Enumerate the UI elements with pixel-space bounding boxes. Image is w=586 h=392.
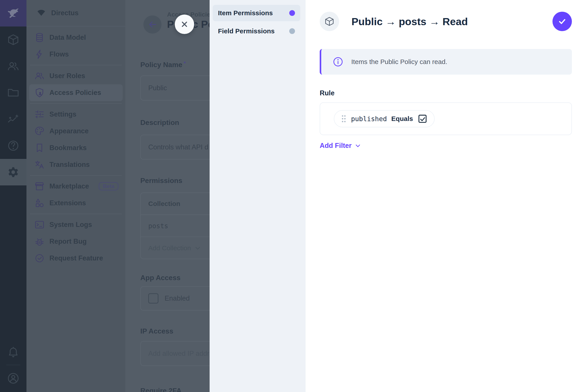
chevron-down-icon bbox=[355, 142, 361, 149]
nav-item-settings[interactable]: Settings bbox=[29, 106, 123, 123]
terminal-icon bbox=[34, 220, 44, 230]
nav-divider bbox=[30, 175, 122, 176]
back-button[interactable] bbox=[143, 16, 161, 34]
settings-nav-list: Data Model Flows User Roles Access Polic… bbox=[26, 26, 125, 267]
app-access-label: App Access bbox=[140, 274, 180, 282]
beta-badge: Beta bbox=[99, 182, 118, 190]
drawer-tab-field-permissions[interactable]: Field Permissions bbox=[213, 23, 300, 39]
project-fan-icon bbox=[36, 8, 46, 18]
nav-item-appearance[interactable]: Appearance bbox=[29, 123, 123, 140]
nav-item-label: Access Policies bbox=[49, 89, 101, 97]
app-access-checkbox[interactable] bbox=[148, 293, 158, 304]
settings-gear-icon bbox=[7, 166, 19, 178]
project-header[interactable]: Directus bbox=[26, 0, 125, 26]
folder-icon bbox=[7, 86, 19, 99]
nav-item-label: Data Model bbox=[49, 34, 86, 42]
checkbox-checked-icon[interactable] bbox=[417, 114, 428, 124]
info-icon bbox=[333, 56, 343, 67]
translate-icon bbox=[34, 160, 44, 170]
storefront-icon bbox=[34, 181, 44, 191]
nav-item-marketplace[interactable]: Marketplace Beta bbox=[29, 178, 123, 195]
app-access-checkbox-label: Enabled bbox=[165, 294, 190, 302]
directus-app: Directus Data Model Flows User Roles Acc… bbox=[0, 0, 586, 392]
bell-icon bbox=[7, 346, 19, 359]
nav-item-extensions[interactable]: Extensions bbox=[29, 195, 123, 212]
nav-item-label: Bookmarks bbox=[49, 144, 87, 152]
module-insights[interactable] bbox=[0, 106, 26, 132]
info-banner-text: Items the Public Policy can read. bbox=[351, 58, 447, 66]
policy-name-label: Policy Name* bbox=[140, 60, 186, 69]
nav-item-label: Marketplace bbox=[49, 182, 89, 190]
filter-pill[interactable]: published Equals bbox=[334, 110, 435, 127]
add-filter-button[interactable]: Add Filter bbox=[320, 142, 361, 150]
nav-item-bookmarks[interactable]: Bookmarks bbox=[29, 140, 123, 156]
drawer-title: Public → posts → Read bbox=[351, 12, 468, 31]
avatar-icon bbox=[7, 372, 19, 384]
arrow-left-icon bbox=[148, 20, 157, 29]
user-roles-icon bbox=[34, 71, 44, 81]
shield-person-icon bbox=[34, 88, 44, 98]
module-users[interactable] bbox=[0, 53, 26, 80]
directus-rabbit-icon bbox=[6, 6, 20, 20]
nav-item-label: Request Feature bbox=[49, 254, 103, 262]
check-icon bbox=[557, 16, 567, 26]
settings-nav-sidebar: Directus Data Model Flows User Roles Acc… bbox=[26, 0, 125, 392]
nav-item-system-logs[interactable]: System Logs bbox=[29, 216, 123, 233]
filter-operator[interactable]: Equals bbox=[391, 115, 413, 122]
active-dot bbox=[289, 10, 295, 16]
module-files[interactable] bbox=[0, 80, 26, 106]
tune-icon bbox=[34, 109, 44, 120]
user-menu-button[interactable] bbox=[0, 365, 26, 392]
nav-item-label: System Logs bbox=[49, 221, 92, 229]
nav-item-label: Translations bbox=[49, 161, 90, 169]
nav-divider bbox=[30, 103, 122, 104]
nav-item-label: Report Bug bbox=[49, 238, 87, 246]
module-list bbox=[0, 26, 26, 186]
nav-item-request-feature[interactable]: Request Feature bbox=[29, 250, 123, 267]
nav-item-flows[interactable]: Flows bbox=[29, 46, 123, 63]
nav-divider bbox=[30, 65, 122, 65]
module-settings[interactable] bbox=[0, 159, 26, 186]
verified-icon bbox=[34, 253, 44, 263]
box-icon bbox=[324, 16, 334, 26]
drawer-tab-item-permissions[interactable]: Item Permissions bbox=[213, 5, 300, 21]
rule-label: Rule bbox=[320, 89, 334, 97]
bug-icon bbox=[34, 236, 44, 246]
required-star: * bbox=[184, 60, 186, 67]
directus-logo[interactable] bbox=[0, 0, 26, 26]
nav-item-report-bug[interactable]: Report Bug bbox=[29, 233, 123, 250]
permissions-drawer: Item Permissions Field Permissions Publi… bbox=[210, 0, 586, 392]
ip-access-label: IP Access bbox=[140, 327, 173, 335]
drawer-panel: Public → posts → Read Items the Public P… bbox=[306, 0, 586, 392]
insights-icon bbox=[7, 113, 19, 125]
nav-item-translations[interactable]: Translations bbox=[29, 156, 123, 173]
filter-field[interactable]: published bbox=[351, 115, 387, 123]
require-2fa-label: Require 2FA bbox=[140, 387, 182, 392]
nav-item-data-model[interactable]: Data Model bbox=[29, 29, 123, 46]
extensions-icon bbox=[34, 198, 44, 208]
cube-icon bbox=[7, 34, 19, 46]
module-help[interactable] bbox=[0, 132, 26, 159]
users-icon bbox=[7, 60, 19, 72]
rule-filter-box: published Equals bbox=[320, 102, 572, 135]
module-content[interactable] bbox=[0, 26, 26, 53]
drag-handle-icon[interactable] bbox=[341, 114, 347, 123]
inactive-dot bbox=[289, 28, 295, 34]
chevron-down-icon bbox=[194, 245, 201, 252]
info-banner: Items the Public Policy can read. bbox=[320, 49, 572, 74]
nav-item-user-roles[interactable]: User Roles bbox=[29, 68, 123, 84]
nav-item-label: Appearance bbox=[49, 127, 88, 135]
bookmark-icon bbox=[34, 143, 44, 153]
nav-item-label: User Roles bbox=[49, 72, 85, 80]
save-button[interactable] bbox=[553, 12, 572, 31]
nav-item-label: Flows bbox=[49, 50, 69, 58]
help-icon bbox=[7, 140, 19, 152]
notifications-button[interactable] bbox=[0, 339, 26, 366]
nav-item-access-policies[interactable]: Access Policies bbox=[29, 84, 123, 101]
project-name: Directus bbox=[51, 9, 78, 17]
palette-icon bbox=[34, 126, 44, 136]
permissions-label: Permissions bbox=[140, 176, 182, 185]
nav-divider bbox=[30, 214, 122, 214]
nav-item-label: Settings bbox=[49, 110, 76, 118]
drawer-close-button[interactable] bbox=[175, 14, 194, 34]
